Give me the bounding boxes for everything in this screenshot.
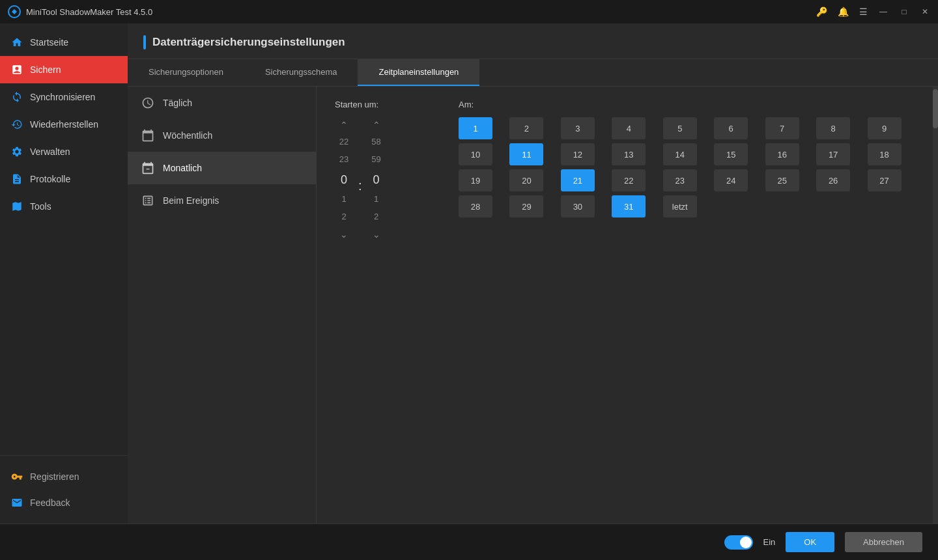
calendar-day-6[interactable]: 6 bbox=[714, 117, 748, 139]
scrollbar-thumb[interactable] bbox=[933, 89, 938, 128]
sidebar-label-feedback: Feedback bbox=[30, 497, 70, 508]
time-section: Starten um: ⌃ 22 23 0 1 2 bbox=[335, 100, 433, 511]
sidebar-item-startseite[interactable]: Startseite bbox=[0, 29, 128, 56]
calendar-day-letzt[interactable]: letzt bbox=[663, 195, 697, 217]
calendar-day-11[interactable]: 11 bbox=[509, 143, 543, 165]
sidebar-label-tools: Tools bbox=[30, 201, 51, 212]
header-accent bbox=[143, 35, 146, 49]
sidebar-item-protokolle[interactable]: Protokolle bbox=[0, 165, 128, 193]
sidebar-label-startseite: Startseite bbox=[30, 37, 68, 48]
sidebar-label-registrieren: Registrieren bbox=[30, 471, 79, 482]
calendar-day-9[interactable]: 9 bbox=[868, 117, 902, 139]
calendar-day-16[interactable]: 16 bbox=[765, 143, 799, 165]
calendar-day-29[interactable]: 29 bbox=[509, 195, 543, 217]
calendar-day-25[interactable]: 25 bbox=[765, 169, 799, 191]
tab-sicherungsoptionen[interactable]: Sicherungsoptionen bbox=[128, 59, 244, 86]
sub-menu-woechentlich[interactable]: Wöchentlich bbox=[128, 119, 316, 152]
footer: Ein OK Abbrechen bbox=[0, 524, 938, 560]
sidebar-item-feedback[interactable]: Feedback bbox=[0, 490, 128, 516]
calendar-day-13[interactable]: 13 bbox=[612, 143, 646, 165]
panel-body: Täglich Wöchentlich Monatlich bbox=[128, 87, 938, 524]
time-separator: : bbox=[358, 165, 362, 193]
cancel-button[interactable]: Abbrechen bbox=[845, 532, 922, 552]
sidebar-label-wiederherstellen: Wiederherstellen bbox=[30, 119, 98, 130]
calendar-month-icon bbox=[141, 161, 155, 175]
mail-icon bbox=[10, 496, 23, 509]
sub-menu: Täglich Wöchentlich Monatlich bbox=[128, 87, 317, 524]
minute-down-button[interactable]: ⌄ bbox=[367, 227, 386, 242]
page-title: Datenträgersicherungseinstellungen bbox=[152, 36, 345, 49]
calendar-day-10[interactable]: 10 bbox=[459, 143, 492, 165]
calendar-day-27[interactable]: 27 bbox=[868, 169, 902, 191]
minute-up-button[interactable]: ⌃ bbox=[367, 117, 386, 133]
sidebar: Startseite Sichern Synchronisieren Wiede… bbox=[0, 23, 128, 524]
hour-prev2: 22 bbox=[339, 134, 348, 150]
hour-next2: 2 bbox=[341, 209, 346, 225]
sidebar-item-tools[interactable]: Tools bbox=[0, 193, 128, 220]
hour-column: ⌃ 22 23 0 1 2 ⌄ bbox=[335, 117, 353, 242]
calendar-day-21[interactable]: 21 bbox=[561, 169, 595, 191]
calendar-day-19[interactable]: 19 bbox=[459, 169, 492, 191]
sidebar-item-synchronisieren[interactable]: Synchronisieren bbox=[0, 83, 128, 111]
calendar-day-12[interactable]: 12 bbox=[561, 143, 595, 165]
calendar-section: Am: 123456789101112131415161718192021222… bbox=[459, 100, 915, 511]
app-logo bbox=[8, 5, 21, 18]
calendar-day-18[interactable]: 18 bbox=[868, 143, 902, 165]
calendar-day-26[interactable]: 26 bbox=[816, 169, 850, 191]
sidebar-item-registrieren[interactable]: Registrieren bbox=[0, 464, 128, 490]
bell-icon[interactable]: 🔔 bbox=[838, 7, 849, 17]
calendar-day-23[interactable]: 23 bbox=[663, 169, 697, 191]
calendar-day-28[interactable]: 28 bbox=[459, 195, 492, 217]
hour-current: 0 bbox=[341, 169, 347, 191]
calendar-day-24[interactable]: 24 bbox=[714, 169, 748, 191]
hour-next1: 1 bbox=[341, 191, 346, 208]
calendar-day-31[interactable]: 31 bbox=[612, 195, 646, 217]
sync-icon bbox=[10, 91, 23, 104]
tabs-row: Sicherungsoptionen Sicherungsschema Zeit… bbox=[128, 59, 938, 87]
close-button[interactable]: ✕ bbox=[920, 7, 930, 17]
minimize-button[interactable]: — bbox=[878, 7, 888, 17]
calendar-day-5[interactable]: 5 bbox=[663, 117, 697, 139]
tab-sicherungsschema[interactable]: Sicherungsschema bbox=[244, 59, 358, 86]
key-icon[interactable]: 🔑 bbox=[816, 7, 827, 17]
toggle-label: Ein bbox=[763, 537, 776, 547]
calendar-day-4[interactable]: 4 bbox=[612, 117, 646, 139]
sidebar-nav: Startseite Sichern Synchronisieren Wiede… bbox=[0, 23, 128, 455]
sub-menu-monatlich[interactable]: Monatlich bbox=[128, 152, 316, 184]
calendar-day-20[interactable]: 20 bbox=[509, 169, 543, 191]
titlebar: MiniTool ShadowMaker Test 4.5.0 🔑 🔔 ☰ — … bbox=[0, 0, 938, 23]
hour-down-button[interactable]: ⌄ bbox=[335, 227, 353, 242]
calendar-day-22[interactable]: 22 bbox=[612, 169, 646, 191]
sidebar-item-verwalten[interactable]: Verwalten bbox=[0, 138, 128, 165]
page-header: Datenträgersicherungseinstellungen bbox=[128, 23, 938, 59]
sidebar-item-sichern[interactable]: Sichern bbox=[0, 56, 128, 83]
time-picker: ⌃ 22 23 0 1 2 ⌄ : bbox=[335, 117, 433, 242]
minute-values: 58 59 0 1 2 bbox=[371, 134, 380, 225]
sidebar-label-protokolle: Protokolle bbox=[30, 174, 70, 184]
menu-icon[interactable]: ☰ bbox=[859, 7, 868, 17]
sub-menu-label-beim-ereignis: Beim Ereignis bbox=[163, 195, 219, 206]
scrollbar[interactable] bbox=[933, 87, 938, 524]
sub-menu-taeglich[interactable]: Täglich bbox=[128, 87, 316, 119]
calendar-day-3[interactable]: 3 bbox=[561, 117, 595, 139]
hour-up-button[interactable]: ⌃ bbox=[335, 117, 353, 133]
minute-next1: 1 bbox=[374, 191, 378, 208]
sidebar-item-wiederherstellen[interactable]: Wiederherstellen bbox=[0, 111, 128, 138]
sub-menu-beim-ereignis[interactable]: Beim Ereignis bbox=[128, 184, 316, 217]
hour-prev1: 23 bbox=[339, 152, 348, 168]
sidebar-label-synchronisieren: Synchronisieren bbox=[30, 92, 95, 102]
calendar-day-1[interactable]: 1 bbox=[459, 117, 492, 139]
calendar-week-icon bbox=[141, 128, 155, 143]
maximize-button[interactable]: □ bbox=[899, 7, 909, 17]
sub-menu-label-woechentlich: Wöchentlich bbox=[163, 130, 212, 141]
tab-zeitplaneinstellungen[interactable]: Zeitplaneinstellungen bbox=[358, 59, 479, 86]
calendar-day-30[interactable]: 30 bbox=[561, 195, 595, 217]
calendar-day-15[interactable]: 15 bbox=[714, 143, 748, 165]
toggle-switch[interactable] bbox=[724, 535, 753, 550]
ok-button[interactable]: OK bbox=[786, 532, 834, 552]
calendar-day-17[interactable]: 17 bbox=[816, 143, 850, 165]
calendar-day-7[interactable]: 7 bbox=[765, 117, 799, 139]
calendar-day-14[interactable]: 14 bbox=[663, 143, 697, 165]
calendar-day-8[interactable]: 8 bbox=[816, 117, 850, 139]
calendar-day-2[interactable]: 2 bbox=[509, 117, 543, 139]
